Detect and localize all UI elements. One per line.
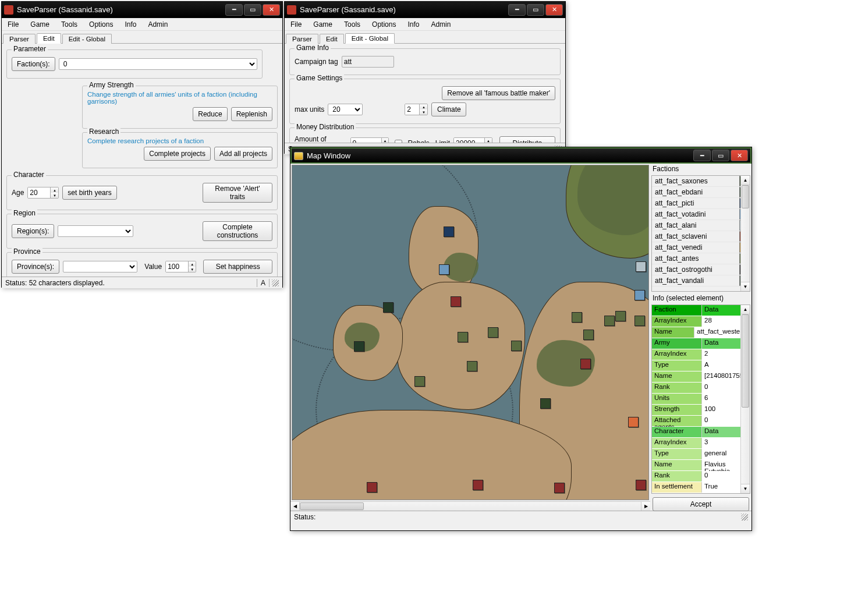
scroll-right-button[interactable]: ▶: [641, 502, 650, 511]
info-row[interactable]: ArrayIndex2: [652, 349, 750, 360]
tab-parser[interactable]: Parser: [3, 34, 36, 44]
map-unit-marker[interactable]: [354, 341, 364, 352]
close-button[interactable]: ✕: [263, 4, 280, 16]
info-table[interactable]: FactionDataArrayIndex28Nameatt_fact_west…: [651, 305, 750, 494]
map-unit-marker[interactable]: [414, 376, 425, 387]
resize-grip[interactable]: [741, 514, 748, 521]
info-row[interactable]: CharacterData: [652, 427, 750, 438]
distribute-button[interactable]: Distribute: [499, 136, 555, 143]
map-unit-marker[interactable]: [473, 480, 483, 490]
map-unit-marker[interactable]: [467, 361, 477, 371]
menu-info[interactable]: Info: [122, 19, 139, 30]
menu-tools[interactable]: Tools: [59, 19, 80, 30]
tab-edit-global[interactable]: Edit - Global: [345, 33, 395, 44]
map-unit-marker[interactable]: [636, 480, 646, 490]
map-unit-marker[interactable]: [383, 302, 393, 313]
info-row[interactable]: TypeA: [652, 360, 750, 371]
map-unit-marker[interactable]: [580, 359, 591, 369]
map-unit-marker[interactable]: [439, 264, 449, 275]
faction-row[interactable]: att_fact_votadini: [652, 209, 750, 220]
menu-game[interactable]: Game: [311, 19, 335, 30]
tab-parser[interactable]: Parser: [286, 34, 318, 44]
map-unit-marker[interactable]: [615, 311, 626, 321]
map-unit-marker[interactable]: [540, 398, 551, 409]
map-unit-marker[interactable]: [628, 417, 639, 427]
faction-row[interactable]: att_fact_antes: [652, 253, 750, 264]
info-row[interactable]: Rank0: [652, 383, 750, 394]
menu-info[interactable]: Info: [405, 19, 421, 30]
map-unit-marker[interactable]: [634, 290, 645, 300]
provinces-button[interactable]: Province(s):: [12, 260, 59, 274]
info-row[interactable]: Typegeneral: [652, 449, 750, 460]
tab-edit-global[interactable]: Edit - Global: [62, 34, 112, 44]
resize-grip[interactable]: [272, 279, 279, 286]
scroll-left-button[interactable]: ◀: [290, 502, 300, 511]
factions-button[interactable]: Faction(s):: [12, 57, 55, 71]
accept-button[interactable]: Accept: [653, 497, 749, 511]
info-row[interactable]: ArrayIndex3: [652, 438, 750, 449]
maximize-button[interactable]: ▭: [712, 150, 729, 161]
info-row[interactable]: Rank0: [652, 471, 750, 482]
scroll-up-button[interactable]: ▲: [741, 176, 750, 185]
complete-constructions-button[interactable]: Complete constructions: [203, 221, 272, 241]
faction-row[interactable]: att_fact_picti: [652, 198, 750, 209]
remove-alert-traits-button[interactable]: Remove 'Alert' traits: [203, 183, 272, 203]
info-scrollbar[interactable]: ▲ ▼: [740, 305, 750, 493]
map-unit-marker[interactable]: [458, 332, 468, 342]
menu-file[interactable]: File: [288, 19, 304, 30]
factions-scrollbar[interactable]: ▲ ▼: [740, 176, 750, 291]
minimize-button[interactable]: ━: [693, 150, 711, 161]
map-unit-marker[interactable]: [444, 226, 454, 237]
set-birth-years-button[interactable]: set birth years: [62, 186, 116, 200]
map-unit-marker[interactable]: [583, 330, 594, 340]
menu-game[interactable]: Game: [28, 19, 52, 30]
scroll-down-button[interactable]: ▼: [741, 484, 750, 493]
complete-projects-button[interactable]: Complete projects: [144, 147, 211, 161]
faction-row[interactable]: att_fact_ostrogothi: [652, 264, 750, 275]
map-unit-marker[interactable]: [634, 316, 645, 326]
info-row[interactable]: NameFlavius Eutychia...: [652, 460, 750, 471]
maximize-button[interactable]: ▭: [527, 4, 544, 16]
map-unit-marker[interactable]: [511, 341, 522, 351]
map-unit-marker[interactable]: [451, 296, 461, 307]
close-button[interactable]: ✕: [545, 4, 563, 16]
info-row[interactable]: Name[2140801755]: [652, 371, 750, 383]
map-canvas[interactable]: [292, 165, 649, 500]
info-row[interactable]: ArmyData: [652, 338, 750, 349]
factions-list[interactable]: att_fact_saxonesatt_fact_ebdaniatt_fact_…: [651, 175, 750, 292]
info-row[interactable]: Units6: [652, 394, 750, 405]
max-units-select[interactable]: 20: [328, 104, 363, 115]
minimize-button[interactable]: ━: [508, 4, 526, 16]
climate-button[interactable]: Climate: [431, 102, 466, 116]
amount-spinner[interactable]: ▲▼: [350, 137, 389, 143]
map-unit-marker[interactable]: [572, 312, 582, 323]
settings-spinner[interactable]: ▲▼: [405, 104, 428, 115]
titlebar[interactable]: Map Window ━ ▭ ✕: [290, 147, 751, 164]
faction-row[interactable]: att_fact_alani: [652, 220, 750, 231]
info-row[interactable]: Attached agents0: [652, 416, 750, 427]
map-unit-marker[interactable]: [554, 483, 565, 493]
value-spinner[interactable]: ▲▼: [165, 261, 196, 272]
info-row[interactable]: FactionData: [652, 305, 750, 316]
menu-file[interactable]: File: [5, 19, 21, 30]
map-unit-marker[interactable]: [636, 261, 646, 272]
close-button[interactable]: ✕: [731, 150, 748, 161]
factions-select[interactable]: 0: [59, 58, 257, 70]
map-hscrollbar[interactable]: ◀ ▶: [290, 501, 650, 511]
map-unit-marker[interactable]: [367, 482, 377, 493]
faction-row[interactable]: att_fact_vandali: [652, 275, 750, 286]
provinces-select[interactable]: [63, 261, 137, 272]
info-row[interactable]: In settlementTrue: [652, 482, 750, 493]
menu-options[interactable]: Options: [87, 19, 115, 30]
minimize-button[interactable]: ━: [225, 4, 243, 16]
tab-edit[interactable]: Edit: [320, 34, 344, 44]
scroll-down-button[interactable]: ▼: [741, 282, 750, 291]
map-unit-marker[interactable]: [488, 327, 498, 338]
add-all-projects-button[interactable]: Add all projects: [214, 147, 272, 161]
scroll-up-button[interactable]: ▲: [741, 305, 750, 314]
info-row[interactable]: Nameatt_fact_wester...: [652, 327, 750, 338]
rebels-checkbox[interactable]: [395, 140, 402, 143]
faction-row[interactable]: att_fact_saxones: [652, 176, 750, 187]
tab-edit[interactable]: Edit: [37, 33, 61, 44]
limit-spinner[interactable]: ▲▼: [453, 137, 492, 143]
